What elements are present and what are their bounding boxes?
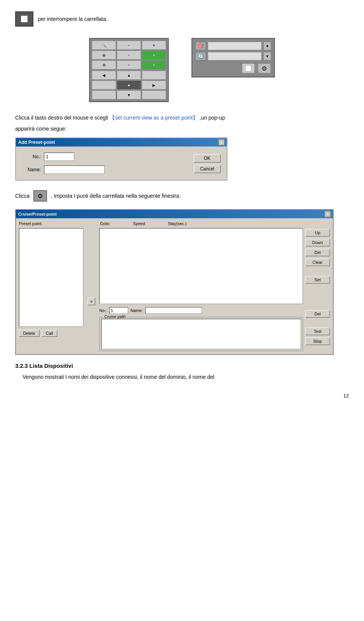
cruise-left-panel: Preset point: Delete Call xyxy=(19,221,83,351)
panel-stop-inner xyxy=(245,65,251,71)
up-button[interactable]: Up xyxy=(305,229,330,236)
panel-dropdown2[interactable]: ▼ xyxy=(264,52,271,60)
arrow-button[interactable]: > xyxy=(88,298,95,305)
down-button[interactable]: Down xyxy=(305,239,330,246)
dialog-add-preset: Add Preset-point × No.: Name: OK Cancel xyxy=(15,137,228,181)
set-button[interactable]: Set xyxy=(305,276,330,284)
cruise-name-input[interactable] xyxy=(145,307,202,314)
cruise-title: Cruise/Preset-point xyxy=(18,212,56,216)
panel-gear-btn[interactable]: ⚙ xyxy=(257,63,271,74)
dialog-add-preset-title: Add Preset-point xyxy=(18,140,55,145)
right-spacer1 xyxy=(305,268,330,274)
top-section: per interrompere la carrellata. xyxy=(15,11,349,27)
stop-button[interactable]: Stop xyxy=(305,337,330,345)
refresh-icon: 🔄 xyxy=(195,52,206,60)
cruise-close-btn[interactable]: × xyxy=(325,211,331,217)
up-arrow-btn[interactable]: ▲ xyxy=(117,71,141,80)
cruise-middle-panel: Goto: Speed Stay(sec.) No.: Name: Cruise… xyxy=(99,221,303,351)
preset-point-list[interactable] xyxy=(19,228,83,327)
panel-stop-btn[interactable] xyxy=(242,63,255,74)
right-spacer2 xyxy=(305,286,330,309)
left-arrow-btn[interactable]: ◀ xyxy=(92,71,116,80)
section-para: Vengono mostrati I nomi dei dispositive … xyxy=(15,373,349,381)
test-button[interactable]: Test xyxy=(305,328,330,335)
zoom-plus-btn[interactable]: + xyxy=(142,41,166,50)
gear-minus-btn[interactable]: − xyxy=(117,60,141,69)
cruise-name-label: Name: xyxy=(130,308,143,313)
clicca-icon[interactable]: ⚙ xyxy=(33,190,47,202)
dialog-add-preset-close[interactable]: × xyxy=(218,139,224,145)
section-indent xyxy=(15,374,21,380)
gear-plus-btn[interactable]: + xyxy=(142,60,166,69)
goto-list[interactable] xyxy=(99,228,303,304)
gear-icon-btn[interactable]: ⚙ xyxy=(92,60,116,69)
cruise-right-panel: Up Down Del Clear Set Del Test Stop xyxy=(305,221,330,351)
clicca-text1: Clicca xyxy=(15,193,30,199)
clicca-text2: , imposta I punti della carrellata nella… xyxy=(51,193,180,199)
target-icon: 🎯 xyxy=(195,42,206,50)
del-button-2[interactable]: Del xyxy=(305,310,330,318)
dialog-cruise: Cruise/Preset-point × Preset point: Dele… xyxy=(15,209,334,355)
zoom-minus-btn[interactable]: − xyxy=(117,41,141,50)
cruise-no-input[interactable] xyxy=(109,307,128,314)
no-field-row: No.: xyxy=(22,153,186,161)
clicca-row: Clicca ⚙ , imposta I punti della carrell… xyxy=(15,190,349,202)
blank4 xyxy=(142,90,166,99)
section-heading: 3.2.3 Lista Dispositivi xyxy=(15,363,349,369)
panel-dropdown1[interactable]: ▼ xyxy=(264,42,271,50)
cruise-path-group: Cruise path xyxy=(99,317,303,351)
blank1 xyxy=(142,71,166,80)
dialog-add-preset-fields: No.: Name: xyxy=(22,153,186,174)
pan-plus-btn[interactable]: + xyxy=(142,50,166,60)
pan-icon-btn[interactable]: ⊕ xyxy=(92,50,116,60)
desc-part1: Clicca il tasto destro del mouse e scegl… xyxy=(15,115,108,121)
stay-label: Stay(sec.) xyxy=(168,221,187,226)
blue-link: 【set current view as a preset point】 xyxy=(110,115,198,121)
top-description: per interrompere la carrellata. xyxy=(38,16,108,22)
cruise-bottom-btns: Delete Call xyxy=(19,330,83,337)
name-input[interactable] xyxy=(44,165,105,174)
zoom-icon-btn[interactable]: 🔍 xyxy=(92,41,116,50)
panel-input2[interactable] xyxy=(208,52,262,60)
cruise-no-name-row: No.: Name: xyxy=(99,307,303,314)
panel-input1[interactable] xyxy=(208,42,262,50)
page-number: 12 xyxy=(15,393,349,399)
name-label: Name: xyxy=(22,167,41,172)
speed-label: Speed xyxy=(133,221,145,226)
right-panel-row2: 🔄 ▼ xyxy=(195,52,271,60)
pan-minus-btn[interactable]: − xyxy=(117,50,141,60)
cruise-path-legend: Cruise path xyxy=(103,314,127,319)
dialog-add-preset-body: No.: Name: OK Cancel xyxy=(16,147,227,180)
no-input[interactable] xyxy=(44,153,74,161)
ok-button[interactable]: OK xyxy=(194,154,221,162)
down-arrow-btn[interactable]: ▼ xyxy=(117,90,141,99)
stop-icon-inner xyxy=(21,16,28,22)
cancel-button[interactable]: Cancel xyxy=(194,165,221,173)
desc-line2: apparirà come segue: xyxy=(15,126,349,132)
desc-part3: apparirà come segue: xyxy=(15,126,66,132)
right-spacer3 xyxy=(305,320,330,326)
description-text: Clicca il tasto destro del mouse e scegl… xyxy=(15,113,349,122)
panels-row: 🔍 − + ⊕ − + ⚙ − + ◀ ▲ ● ▶ ▼ 🎯 ▼ xyxy=(15,38,349,102)
cruise-body: Preset point: Delete Call > Goto: Speed … xyxy=(16,218,333,354)
preset-point-label: Preset point: xyxy=(19,221,83,226)
cruise-goto-header: Goto: Speed Stay(sec.) xyxy=(99,221,303,226)
goto-label: Goto: xyxy=(100,221,110,226)
cruise-path-list[interactable] xyxy=(101,319,301,349)
cruise-titlebar: Cruise/Preset-point × xyxy=(16,210,333,218)
blank2 xyxy=(92,80,116,90)
right-control-panel: 🎯 ▼ 🔄 ▼ ⚙ xyxy=(191,38,275,77)
clear-button[interactable]: Clear xyxy=(305,258,330,266)
dialog-add-preset-buttons: OK Cancel xyxy=(194,153,221,174)
right-arrow-btn[interactable]: ▶ xyxy=(142,80,166,90)
stop-icon-box xyxy=(15,11,33,27)
center-btn[interactable]: ● xyxy=(117,80,141,90)
cruise-arrow-col: > xyxy=(86,221,97,351)
panel-bottom-row: ⚙ xyxy=(195,63,271,74)
delete-button[interactable]: Delete xyxy=(19,330,39,337)
no-label: No.: xyxy=(22,154,41,159)
left-control-panel: 🔍 − + ⊕ − + ⚙ − + ◀ ▲ ● ▶ ▼ xyxy=(89,38,169,102)
cruise-no-label: No.: xyxy=(99,308,107,313)
del-button-1[interactable]: Del xyxy=(305,249,330,256)
call-button[interactable]: Call xyxy=(42,330,57,337)
